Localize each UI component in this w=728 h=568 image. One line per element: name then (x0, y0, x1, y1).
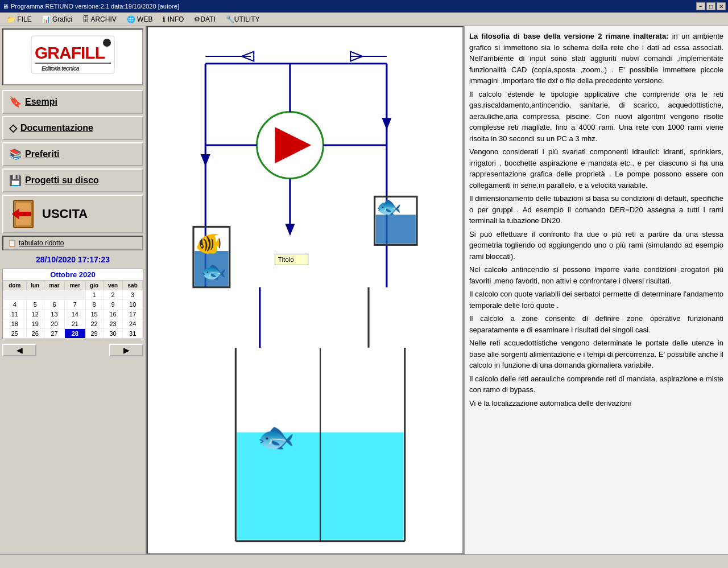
calendar-day[interactable]: 24 (123, 319, 143, 329)
calendar-day[interactable]: 22 (85, 319, 103, 329)
maximize-button[interactable]: □ (706, 2, 715, 10)
calendar-day[interactable]: 9 (103, 300, 123, 310)
svg-point-2 (103, 39, 111, 47)
calendar-day[interactable] (65, 290, 85, 300)
scroll-left-button[interactable]: ◀ (2, 344, 36, 356)
menu-archiv[interactable]: 🗄 ARCHIV (78, 14, 121, 24)
calendar-day[interactable] (44, 290, 64, 300)
menu-dati[interactable]: ⚙DATI (189, 14, 220, 24)
calendar-day[interactable]: 15 (85, 310, 103, 319)
title-bar-controls[interactable]: − □ ✕ (696, 2, 726, 10)
calendar-day[interactable]: 1 (85, 290, 103, 300)
calendar-day[interactable]: 7 (65, 300, 85, 310)
calendar-day[interactable]: 31 (123, 329, 143, 339)
scroll-right-button[interactable]: ▶ (109, 344, 143, 356)
documentazione-label: Documentazione (20, 123, 93, 133)
clock-area: 28/10/2020 17:17:23 (2, 253, 143, 266)
menu-grafici[interactable]: 📊 Grafici (38, 14, 77, 24)
svg-text:Titolo: Titolo (278, 256, 294, 263)
svg-text:GRAFILL: GRAFILL (35, 43, 105, 62)
datetime-display: 28/10/2020 17:17:23 (5, 255, 141, 264)
svg-text:🐟: 🐟 (257, 419, 295, 455)
uscita-label: USCITA (42, 207, 88, 221)
calendar-header: Ottobre 2020 (3, 269, 143, 281)
logo-wrap: GRAFILL Editoria tecnica (30, 35, 115, 79)
calendar-day[interactable]: 11 (3, 310, 27, 319)
calendar-day[interactable]: 4 (3, 300, 27, 310)
esempi-label: Esempi (25, 97, 57, 107)
documentazione-icon: ◇ (9, 122, 17, 134)
close-button[interactable]: ✕ (717, 2, 726, 10)
diagram-svg: 🐟 🐠 🐟 (148, 27, 462, 553)
calendar-day[interactable]: 8 (85, 300, 103, 310)
calendar-day[interactable]: 28 (65, 329, 85, 339)
progetti-button[interactable]: 💾 Progetti su disco (2, 168, 143, 192)
calendar-table: dom lun mar mer gio ven sab 123456789101… (3, 281, 143, 339)
tabulato-label: tabulato ridotto (19, 239, 64, 247)
cal-day-lun: lun (26, 281, 44, 290)
title-bar-text: Programma RETIUNO versione:2.1 data:19/1… (11, 3, 179, 10)
minimize-button[interactable]: − (696, 2, 705, 10)
calendar-day[interactable]: 26 (26, 329, 44, 339)
calendar-day[interactable]: 18 (3, 319, 27, 329)
svg-text:Editoria tecnica: Editoria tecnica (42, 65, 80, 72)
preferiti-icon: 📚 (9, 148, 22, 160)
uscita-button[interactable]: USCITA (2, 195, 143, 233)
calendar-day[interactable]: 30 (103, 329, 123, 339)
calendar-day[interactable]: 19 (26, 319, 44, 329)
menu-web[interactable]: 🌐 WEB (122, 14, 158, 24)
door-icon (9, 200, 38, 228)
calendar-body: 1234567891011121314151617181920212223242… (3, 290, 143, 339)
svg-text:🐟: 🐟 (201, 259, 227, 283)
svg-rect-18 (376, 215, 416, 244)
calendar-day[interactable]: 23 (103, 319, 123, 329)
calendar-day[interactable]: 27 (44, 329, 64, 339)
right-panel[interactable]: La filosofia di base della versione 2 ri… (464, 26, 728, 554)
menu-file[interactable]: 📁 FILE (2, 14, 36, 24)
calendar-day[interactable]: 3 (123, 290, 143, 300)
preferiti-button[interactable]: 📚 Preferiti (2, 142, 143, 166)
menu-utility[interactable]: 🔧UTILITY (221, 14, 264, 24)
cal-day-dom: dom (3, 281, 27, 290)
logo-area: GRAFILL Editoria tecnica (2, 28, 143, 85)
calendar-day[interactable]: 16 (103, 310, 123, 319)
calendar-day[interactable] (3, 290, 27, 300)
sidebar: GRAFILL Editoria tecnica 🔖 Esempi (0, 26, 147, 554)
calendar-day[interactable]: 13 (44, 310, 64, 319)
esempi-button[interactable]: 🔖 Esempi (2, 90, 143, 114)
svg-text:🐠: 🐠 (195, 231, 222, 257)
svg-text:🐟: 🐟 (376, 194, 402, 219)
menu-info[interactable]: ℹ INFO (158, 14, 188, 24)
title-bar: 🖥 Programma RETIUNO versione:2.1 data:19… (0, 0, 728, 13)
cal-day-gio: gio (85, 281, 103, 290)
cal-day-mer: mer (65, 281, 85, 290)
calendar-day[interactable]: 6 (44, 300, 64, 310)
esempi-icon: 🔖 (9, 96, 22, 108)
calendar-day[interactable]: 25 (3, 329, 27, 339)
calendar-day[interactable]: 10 (123, 300, 143, 310)
tabulato-area[interactable]: 📋 tabulato ridotto (2, 236, 143, 250)
preferiti-label: Preferiti (25, 149, 59, 159)
calendar-day[interactable]: 14 (65, 310, 85, 319)
calendar-day[interactable]: 17 (123, 310, 143, 319)
calendar-day[interactable]: 21 (65, 319, 85, 329)
calendar-day[interactable]: 29 (85, 329, 103, 339)
logo-inner: GRAFILL Editoria tecnica (30, 35, 115, 79)
center-diagram-area[interactable]: 🐟 🐠 🐟 (147, 26, 464, 554)
logo-brand: GRAFILL Editoria tecnica (30, 58, 115, 79)
right-panel-text: La filosofia di base della versione 2 ri… (469, 31, 723, 409)
cal-day-ven: ven (103, 281, 123, 290)
calendar: Ottobre 2020 dom lun mar mer gio ven sab… (2, 269, 143, 339)
calendar-day[interactable] (26, 290, 44, 300)
tabulato-icon: 📋 (8, 239, 16, 247)
documentazione-button[interactable]: ◇ Documentazione (2, 116, 143, 140)
status-bar (0, 554, 728, 568)
calendar-day[interactable]: 20 (44, 319, 64, 329)
calendar-day[interactable]: 5 (26, 300, 44, 310)
cal-day-mar: mar (44, 281, 64, 290)
app-icon: 🖥 (2, 3, 9, 10)
progetti-icon: 💾 (9, 174, 22, 187)
calendar-day[interactable]: 12 (26, 310, 44, 319)
main-layout: GRAFILL Editoria tecnica 🔖 Esempi (0, 26, 728, 554)
calendar-day[interactable]: 2 (103, 290, 123, 300)
